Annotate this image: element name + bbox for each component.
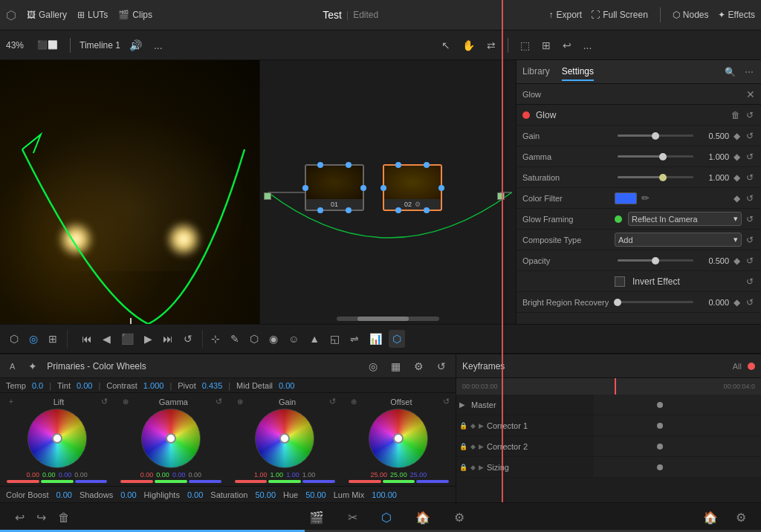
delete-button[interactable]: 🗑 <box>55 507 73 528</box>
color-filter-swatch[interactable] <box>615 192 637 204</box>
home-button[interactable]: 🏠 <box>700 507 721 528</box>
node-01[interactable]: 01 <box>305 164 364 211</box>
master-expand-icon[interactable]: ▶ <box>459 400 465 409</box>
gain-r-bar[interactable] <box>235 480 268 483</box>
media-pool-nav-button[interactable]: 🎬 <box>306 507 327 528</box>
glow-reset-button[interactable]: ↺ <box>745 110 755 120</box>
invert-reset-button[interactable]: ↺ <box>745 276 755 287</box>
glow-delete-button[interactable]: 🗑 <box>730 110 742 120</box>
more2-button[interactable]: ... <box>580 38 595 53</box>
loop-button[interactable]: ↺ <box>180 330 196 348</box>
gain-thumb[interactable] <box>652 132 659 140</box>
cw-reset-button[interactable]: ↺ <box>433 357 450 375</box>
rewind-button[interactable]: ⏮ <box>78 330 96 348</box>
node-01-bot-right[interactable] <box>346 207 352 213</box>
composite-type-reset[interactable]: ↺ <box>745 235 755 245</box>
cursor-tool-button[interactable]: ⊹ <box>207 330 224 348</box>
lift-b-bar[interactable] <box>75 480 108 483</box>
viewer-button[interactable]: ⬚ <box>517 38 533 53</box>
redo-button[interactable]: ↪ <box>33 507 49 528</box>
opacity-thumb[interactable] <box>652 257 659 265</box>
node-02-output[interactable] <box>438 185 444 191</box>
cw-mode-a-button[interactable]: A <box>6 359 19 374</box>
undo-btn[interactable]: ↩ <box>560 38 574 53</box>
offset-g-bar[interactable] <box>383 480 415 483</box>
stop-button[interactable]: ⬛ <box>117 330 137 348</box>
node-01-input[interactable] <box>302 185 308 191</box>
thumbnail-view-button[interactable]: ⬛⬜ <box>34 39 61 51</box>
node-01-top-left[interactable] <box>317 162 323 168</box>
clips-button[interactable]: 🎬 Clips <box>118 10 152 20</box>
panel-more-button[interactable]: ⋯ <box>743 67 755 77</box>
scrollbar-thumb[interactable] <box>357 317 409 321</box>
node-01-top-right[interactable] <box>346 162 352 168</box>
zoom-tool-button[interactable]: ⇄ <box>484 38 499 53</box>
paint-tool-button[interactable]: ✎ <box>227 330 243 348</box>
gamma-reset-button[interactable]: ↺ <box>216 397 222 406</box>
luts-button[interactable]: ⊞ LUTs <box>77 10 108 20</box>
offset-add-button[interactable]: ⊕ <box>348 396 360 407</box>
offset-b-bar[interactable] <box>416 480 449 483</box>
more-options-button[interactable]: ... <box>151 38 166 53</box>
node-01-output[interactable] <box>360 185 366 191</box>
gamma-reset-button[interactable]: ↺ <box>745 152 755 162</box>
gallery-button[interactable]: 🖼 Gallery <box>27 10 67 20</box>
fullscreen-button[interactable]: ⛶ Full Screen <box>591 10 648 20</box>
lift-add-button[interactable]: + <box>6 396 16 407</box>
input-dot-left[interactable] <box>264 192 271 200</box>
fairlight-nav-button[interactable]: 🏠 <box>412 507 433 528</box>
cw-circle-button[interactable]: ◎ <box>365 357 381 375</box>
node-02-input[interactable] <box>380 185 386 191</box>
master-track[interactable] <box>594 395 762 415</box>
gamma-g-bar[interactable] <box>155 480 187 483</box>
corrector2-track[interactable] <box>594 436 762 456</box>
grid-button[interactable]: ⊞ <box>539 38 554 53</box>
offset-r-bar[interactable] <box>349 480 381 483</box>
glow-framing-dropdown[interactable]: Reflect In Camera ▾ <box>628 212 742 226</box>
bright-region-keyframe[interactable]: ◆ <box>732 297 742 308</box>
export-button[interactable]: ↑ Export <box>548 10 582 20</box>
gamma-thumb[interactable] <box>659 153 667 160</box>
lift-g-bar[interactable] <box>41 480 74 483</box>
bar-tool-button[interactable]: ⊞ <box>45 330 61 348</box>
saturation-thumb[interactable] <box>659 174 667 181</box>
node-02-top-left[interactable] <box>395 162 401 168</box>
offset-color-wheel[interactable] <box>369 409 428 468</box>
gamma-r-bar[interactable] <box>120 480 153 483</box>
glow-close-button[interactable]: ✕ <box>746 88 755 100</box>
color-filter-eyedropper[interactable]: ✏ <box>640 192 651 204</box>
gamma-color-wheel[interactable] <box>141 409 201 468</box>
saturation-keyframe-button[interactable]: ◆ <box>732 172 742 183</box>
opacity-reset-button[interactable]: ↺ <box>745 256 755 266</box>
cw-bars-button[interactable]: ▦ <box>387 357 404 375</box>
keyframes-timeline[interactable]: 00:00:03:00 00:00:04:0 <box>456 378 761 395</box>
viewer-tool-button[interactable]: ⬡ <box>6 330 22 348</box>
color-filter-reset[interactable]: ↺ <box>745 193 755 204</box>
search-button[interactable]: 🔍 <box>723 67 737 77</box>
bright-region-slider[interactable] <box>618 301 693 303</box>
lift-color-wheel[interactable] <box>27 409 87 468</box>
lift-reset-button[interactable]: ↺ <box>101 397 108 406</box>
gain-b-bar[interactable] <box>302 480 335 483</box>
saturation-slider[interactable] <box>618 176 693 178</box>
shape-tool-button[interactable]: ⬡ <box>246 330 262 348</box>
composite-type-dropdown[interactable]: Add ▾ <box>615 233 742 247</box>
speaker-button[interactable]: 🔊 <box>126 38 145 53</box>
settings-bottom-button[interactable]: ⚙ <box>733 507 749 528</box>
undo-button[interactable]: ↩ <box>12 507 27 528</box>
grade-tool-button[interactable]: ▲ <box>305 330 323 348</box>
wheel-tool-button[interactable]: ◎ <box>25 330 42 348</box>
lift-r-bar[interactable] <box>7 480 39 483</box>
vector-tool-button[interactable]: ⇌ <box>346 330 363 348</box>
color-nav-button[interactable]: ⬡ <box>378 507 395 528</box>
tab-settings[interactable]: Settings <box>562 63 594 81</box>
palette-tool-button[interactable]: ⬡ <box>389 330 405 348</box>
gain-slider[interactable] <box>618 134 693 137</box>
node-editor[interactable]: 01 02 ⚙ <box>260 60 516 324</box>
play-button[interactable]: ▶ <box>140 330 156 348</box>
offset-reset-button[interactable]: ↺ <box>443 397 450 406</box>
gain-add-button[interactable]: ⊕ <box>234 396 246 407</box>
hand-tool-button[interactable]: ✋ <box>459 38 478 53</box>
invert-effect-checkbox[interactable] <box>615 276 625 287</box>
node-02-bot-right[interactable] <box>424 207 430 213</box>
